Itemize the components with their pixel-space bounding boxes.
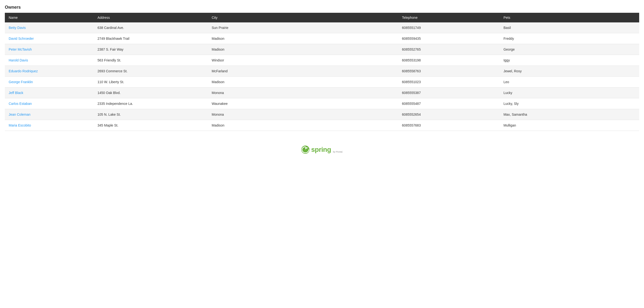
cell-telephone: 6085551749 — [398, 22, 500, 33]
cell-name: Eduardo Rodriquez — [5, 66, 94, 77]
table-row: Jean Coleman105 N. Lake St.Monona6085552… — [5, 109, 639, 120]
cell-telephone: 6085552654 — [398, 109, 500, 120]
footer: spring by Pivotal. — [5, 145, 639, 154]
cell-address: 105 N. Lake St. — [94, 109, 208, 120]
owner-link[interactable]: Jean Coleman — [9, 112, 30, 116]
cell-telephone: 6085557683 — [398, 120, 500, 131]
cell-address: 2387 S. Fair Way — [94, 44, 208, 55]
cell-address: 110 W. Liberty St. — [94, 77, 208, 88]
spring-tagline: by Pivotal. — [333, 151, 343, 153]
cell-address: 638 Cardinal Ave. — [94, 22, 208, 33]
cell-city: Madison — [208, 44, 398, 55]
table-row: Betty Davis638 Cardinal Ave.Sun Prairie6… — [5, 22, 639, 33]
cell-address: 563 Friendly St. — [94, 55, 208, 66]
cell-address: 2335 Independence La. — [94, 98, 208, 109]
owner-link[interactable]: Harold Davis — [9, 58, 28, 62]
cell-pets: Iggy — [500, 55, 639, 66]
cell-pets: Basil — [500, 22, 639, 33]
cell-name: Peter McTavish — [5, 44, 94, 55]
header-city: City — [208, 13, 398, 22]
cell-name: David Schroeder — [5, 33, 94, 44]
cell-name: Maria Escobito — [5, 120, 94, 131]
cell-name: Jeff Black — [5, 88, 94, 98]
table-row: David Schroeder2749 Blackhawk TrailMadis… — [5, 33, 639, 44]
cell-address: 345 Maple St. — [94, 120, 208, 131]
cell-pets: Freddy — [500, 33, 639, 44]
owner-link[interactable]: Jeff Black — [9, 91, 23, 95]
cell-address: 2693 Commerce St. — [94, 66, 208, 77]
owner-link[interactable]: David Schroeder — [9, 37, 34, 40]
cell-telephone: 6085551023 — [398, 77, 500, 88]
spring-brand-text: spring — [311, 146, 331, 154]
cell-name: Betty Davis — [5, 22, 94, 33]
cell-city: Sun Prairie — [208, 22, 398, 33]
cell-name: Carlos Estaban — [5, 98, 94, 109]
owners-table: Name Address City Telephone Pets Betty D… — [5, 13, 639, 131]
cell-telephone: 6085555387 — [398, 88, 500, 98]
cell-city: Monona — [208, 109, 398, 120]
owner-link[interactable]: Carlos Estaban — [9, 102, 32, 106]
table-row: Harold Davis563 Friendly St.Windsor60855… — [5, 55, 639, 66]
cell-address: 2749 Blackhawk Trail — [94, 33, 208, 44]
header-name: Name — [5, 13, 94, 22]
table-row: Jeff Black1450 Oak Blvd.Monona6085555387… — [5, 88, 639, 98]
table-row: George Franklin110 W. Liberty St.Madison… — [5, 77, 639, 88]
cell-pets: Jewel, Rosy — [500, 66, 639, 77]
cell-name: George Franklin — [5, 77, 94, 88]
cell-telephone: 6085555487 — [398, 98, 500, 109]
spring-logo-icon — [301, 145, 310, 154]
owner-link[interactable]: George Franklin — [9, 80, 33, 84]
cell-name: Harold Davis — [5, 55, 94, 66]
cell-address: 1450 Oak Blvd. — [94, 88, 208, 98]
cell-city: Waunakee — [208, 98, 398, 109]
cell-pets: Leo — [500, 77, 639, 88]
header-telephone: Telephone — [398, 13, 500, 22]
cell-city: Madison — [208, 77, 398, 88]
owner-link[interactable]: Eduardo Rodriquez — [9, 69, 38, 73]
owner-link[interactable]: Betty Davis — [9, 26, 26, 30]
cell-city: McFarland — [208, 66, 398, 77]
header-pets: Pets — [500, 13, 639, 22]
cell-telephone: 6085559435 — [398, 33, 500, 44]
cell-city: Windsor — [208, 55, 398, 66]
cell-pets: George — [500, 44, 639, 55]
header-address: Address — [94, 13, 208, 22]
table-row: Eduardo Rodriquez2693 Commerce St.McFarl… — [5, 66, 639, 77]
table-row: Maria Escobito345 Maple St.Madison608555… — [5, 120, 639, 131]
table-row: Carlos Estaban2335 Independence La.Wauna… — [5, 98, 639, 109]
cell-pets: Mulligan — [500, 120, 639, 131]
table-row: Peter McTavish2387 S. Fair WayMadison608… — [5, 44, 639, 55]
cell-telephone: 6085558763 — [398, 66, 500, 77]
cell-pets: Max, Samantha — [500, 109, 639, 120]
owner-link[interactable]: Peter McTavish — [9, 48, 32, 51]
cell-pets: Lucky, Sly — [500, 98, 639, 109]
cell-name: Jean Coleman — [5, 109, 94, 120]
cell-telephone: 6085552765 — [398, 44, 500, 55]
cell-city: Madison — [208, 33, 398, 44]
cell-telephone: 6085553198 — [398, 55, 500, 66]
spring-logo: spring by Pivotal. — [301, 145, 343, 154]
cell-pets: Lucky — [500, 88, 639, 98]
table-header-row: Name Address City Telephone Pets — [5, 13, 639, 22]
cell-city: Madison — [208, 120, 398, 131]
page-title: Owners — [5, 5, 639, 10]
cell-city: Monona — [208, 88, 398, 98]
owner-link[interactable]: Maria Escobito — [9, 124, 31, 127]
